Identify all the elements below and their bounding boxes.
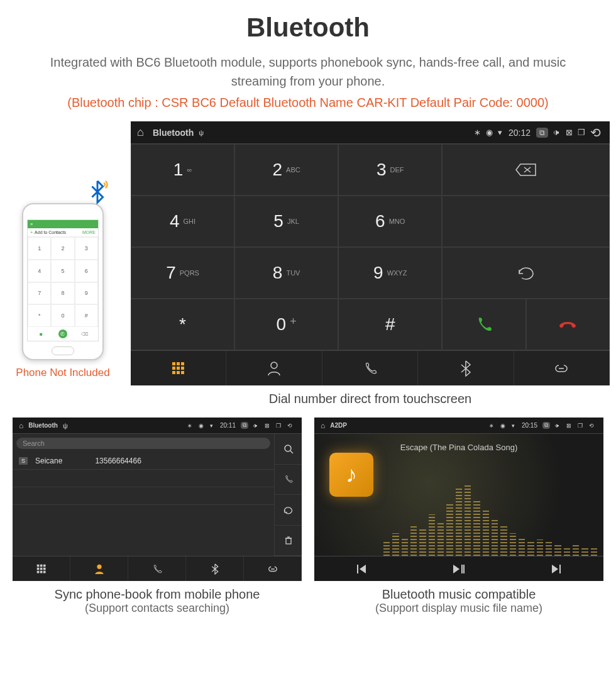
svg-marker-26: [360, 565, 366, 573]
volume-icon[interactable]: 🕩: [251, 423, 260, 429]
page-title: Bluetooth: [6, 13, 610, 43]
tab-dialpad[interactable]: [131, 351, 226, 385]
contact-row[interactable]: S Seicane 13566664466: [13, 453, 274, 470]
svg-line-11: [290, 451, 293, 453]
key-7[interactable]: 7PQRS: [131, 247, 234, 299]
home-icon[interactable]: ⌂: [137, 126, 144, 139]
svg-point-10: [285, 445, 291, 451]
key-8[interactable]: 8TUV: [234, 247, 338, 299]
svg-rect-4: [177, 367, 180, 370]
location-icon: ◉: [197, 423, 206, 429]
phone-add-contacts: Add to Contacts: [35, 230, 66, 235]
contact-number: 13566664466: [95, 456, 141, 465]
key-9[interactable]: 9WXYZ: [338, 247, 442, 299]
side-search-icon[interactable]: [274, 434, 302, 465]
svg-point-9: [271, 362, 277, 368]
phonebook-caption: Sync phone-book from mobile phone (Suppo…: [13, 587, 302, 615]
svg-rect-16: [40, 564, 42, 567]
key-4[interactable]: 4GHI: [131, 196, 234, 247]
svg-rect-15: [36, 564, 39, 567]
prev-track-button[interactable]: [314, 556, 410, 581]
screenshot-icon[interactable]: ⧉: [241, 422, 248, 429]
key-hash[interactable]: #: [338, 299, 442, 350]
recent-apps-icon[interactable]: ❐: [274, 423, 283, 429]
specs-line: (Bluetooth chip : CSR BC6 Default Blueto…: [6, 96, 610, 110]
screenshot-icon[interactable]: ⧉: [536, 128, 548, 138]
volume-icon[interactable]: 🕩: [553, 128, 561, 137]
phone-keypad: 123 456 789 *0#: [28, 237, 98, 327]
back-icon[interactable]: ⟲: [590, 125, 601, 140]
key-3[interactable]: 3DEF: [338, 144, 442, 196]
home-icon[interactable]: ⌂: [321, 421, 325, 430]
clock: 20:15: [522, 422, 537, 429]
phonebook-headunit: ⌂ Bluetooth ψ ∗ ◉ ▾ 20:11 ⧉ 🕩 ⊠ ❐ ⟲ S: [13, 418, 302, 581]
tab-dialpad[interactable]: [13, 556, 70, 581]
key-2[interactable]: 2ABC: [234, 144, 338, 196]
home-icon[interactable]: ⌂: [19, 421, 23, 430]
svg-rect-23: [43, 570, 45, 573]
svg-rect-8: [181, 371, 184, 374]
dialer-caption: Dial number direct from touchscreen: [131, 392, 610, 406]
svg-point-24: [97, 564, 101, 568]
side-delete-icon[interactable]: [274, 526, 302, 556]
svg-rect-3: [172, 367, 175, 370]
key-star[interactable]: *: [131, 299, 234, 350]
back-icon[interactable]: ⟲: [285, 423, 294, 429]
usb-icon: ψ: [63, 422, 68, 429]
contact-initial: S: [19, 457, 28, 465]
location-icon: ◉: [498, 423, 507, 429]
tab-history[interactable]: [322, 351, 418, 385]
hangup-button[interactable]: [526, 299, 610, 350]
call-button[interactable]: [442, 299, 525, 350]
svg-rect-0: [172, 362, 175, 365]
side-call-icon[interactable]: [274, 465, 302, 495]
app-name: A2DP: [330, 422, 347, 429]
contact-name: Seicane: [35, 456, 62, 465]
close-icon[interactable]: ⊠: [263, 423, 272, 429]
screenshot-icon[interactable]: ⧉: [542, 422, 550, 429]
recent-apps-icon[interactable]: ❐: [578, 128, 585, 137]
recent-apps-icon[interactable]: ❐: [576, 423, 585, 429]
key-6[interactable]: 6MNO: [338, 196, 442, 247]
backspace-button[interactable]: [442, 144, 610, 196]
music-headunit: ⌂ A2DP ∗ ◉ ▾ 20:15 ⧉ 🕩 ⊠ ❐ ⟲ Escape (The…: [314, 418, 603, 581]
redial-button[interactable]: [442, 247, 610, 299]
svg-rect-12: [286, 538, 291, 544]
side-sync-icon[interactable]: [274, 495, 302, 526]
back-icon[interactable]: ⟲: [587, 423, 596, 429]
svg-rect-5: [181, 367, 184, 370]
key-1[interactable]: 1∞: [131, 144, 234, 196]
svg-rect-22: [40, 570, 42, 573]
next-track-button[interactable]: [507, 556, 603, 581]
tab-pair[interactable]: [514, 351, 610, 385]
tab-bluetooth[interactable]: [186, 556, 244, 581]
tab-contacts[interactable]: [226, 351, 322, 385]
close-icon[interactable]: ⊠: [566, 128, 573, 137]
svg-rect-31: [559, 565, 561, 573]
volume-icon[interactable]: 🕩: [553, 423, 562, 429]
tab-bluetooth[interactable]: [418, 351, 514, 385]
usb-icon: ψ: [199, 129, 204, 136]
key-5[interactable]: 5JKL: [234, 196, 338, 247]
svg-rect-2: [181, 362, 184, 365]
status-bar: ⌂ Bluetooth ψ ∗ ◉ ▾ 20:12 ⧉ 🕩 ⊠ ❐ ⟲: [131, 121, 610, 144]
phone-caption: Phone Not Included: [16, 367, 109, 379]
bluetooth-status-icon: ∗: [487, 423, 496, 429]
tab-contacts[interactable]: [70, 556, 128, 581]
tab-history[interactable]: [128, 556, 186, 581]
svg-rect-18: [36, 567, 39, 570]
clock: 20:12: [509, 128, 531, 138]
phone-home-button: [52, 346, 74, 355]
svg-rect-6: [172, 371, 175, 374]
tab-pair[interactable]: [244, 556, 302, 581]
svg-rect-28: [461, 565, 463, 573]
music-note-icon: ♪: [329, 453, 373, 497]
music-caption: Bluetooth music compatible (Support disp…: [314, 587, 603, 615]
close-icon[interactable]: ⊠: [564, 423, 573, 429]
svg-rect-1: [177, 362, 180, 365]
video-call-icon: ■: [36, 329, 45, 338]
key-0[interactable]: 0+: [234, 299, 338, 350]
status-bar: ⌂ A2DP ∗ ◉ ▾ 20:15 ⧉ 🕩 ⊠ ❐ ⟲: [314, 418, 603, 434]
search-input[interactable]: Search: [16, 438, 270, 449]
play-pause-button[interactable]: [410, 556, 507, 581]
